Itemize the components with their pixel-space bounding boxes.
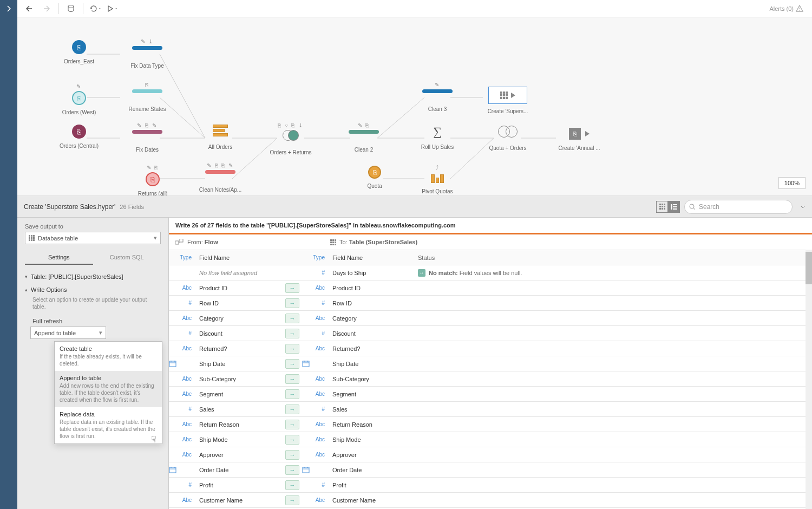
table-row[interactable]: AbcProduct ID→AbcProduct ID [169, 280, 812, 295]
view-toggle [656, 201, 680, 213]
node-rollup[interactable]: ∑ Roll Up Sales [410, 125, 464, 151]
svg-rect-20 [673, 206, 677, 207]
menu-replace-data[interactable]: Replace data Replace data in an existing… [55, 407, 162, 443]
write-mode-menu: Create table If the table already exists… [54, 341, 162, 444]
table-row[interactable]: Ship Date→Ship Date [169, 356, 812, 371]
save-output-dropdown[interactable]: Database table ▾ [25, 232, 161, 244]
write-options-help: Select an option to create or update you… [32, 296, 161, 310]
zoom-level[interactable]: 100% [778, 177, 806, 189]
chevron-down-icon[interactable] [800, 205, 806, 208]
svg-rect-21 [673, 208, 677, 210]
table-row[interactable]: Order Date→Order Date [169, 462, 812, 477]
full-refresh-label: Full refresh [32, 318, 161, 324]
table-row[interactable]: AbcApprover→AbcApprover [169, 447, 812, 462]
flow-canvas[interactable]: ⎘ Orders_East ✎ ⎘ Orders (West) ⎘ Orders… [17, 17, 812, 196]
node-rename-states[interactable]: ⎘ Rename States [120, 82, 174, 113]
table-row[interactable]: #Profit→#Profit [169, 477, 812, 492]
table-row[interactable]: #Row ID→#Row ID [169, 295, 812, 310]
svg-rect-24 [180, 239, 183, 242]
node-pivot-quotas[interactable]: ⤴ Pivot Quotas [410, 165, 464, 195]
write-banner: Write 26 of 27 fields to the table "[PUB… [169, 218, 812, 233]
forward-button [39, 1, 54, 16]
to-header: To: Table (SuperStoreSales) [324, 239, 812, 245]
mapping-header: From: Flow To: Table (SuperStoreSales) [169, 234, 812, 250]
write-options-section[interactable]: ▴ Write Options [25, 283, 161, 296]
node-clean2[interactable]: ✎ ⎘ Clean 2 [337, 122, 391, 153]
node-all-orders[interactable]: All Orders [193, 125, 247, 151]
table-icon [29, 235, 35, 241]
svg-point-0 [68, 5, 74, 8]
data-button[interactable] [63, 1, 78, 16]
table-row[interactable]: AbcCategory→AbcCategory [169, 310, 812, 325]
node-orders-returns[interactable]: ⎘ ▽ ⎘ ⤓ Orders + Returns [264, 122, 318, 156]
table-section[interactable]: ▾ Table: [PUBLIC].[SuperStoreSales] [25, 270, 161, 283]
alerts-indicator[interactable]: Alerts (0) [769, 5, 808, 12]
svg-rect-18 [671, 204, 672, 210]
table-row[interactable]: AbcSub-Category→AbcSub-Category [169, 371, 812, 386]
save-output-label: Save output to [25, 223, 161, 230]
output-settings-panel: Save output to Database table ▾ Settings… [17, 218, 169, 509]
write-mode-dropdown[interactable]: Append to table ▾ [30, 327, 106, 339]
alert-icon [796, 5, 803, 12]
search-icon [689, 204, 696, 210]
svg-rect-28 [303, 467, 309, 473]
node-orders-west[interactable]: ✎ ⎘ Orders (West) [52, 83, 106, 116]
fields-count: 26 Fields [120, 204, 144, 210]
svg-rect-19 [673, 204, 677, 205]
node-create-annual[interactable]: ⎘ Create 'Annual ... [552, 128, 606, 152]
table-row[interactable]: #Sales→#Sales [169, 401, 812, 416]
node-orders-east[interactable]: ⎘ Orders_East [52, 40, 106, 65]
tab-settings[interactable]: Settings [25, 251, 93, 265]
refresh-button[interactable] [88, 1, 103, 16]
svg-rect-25 [169, 361, 176, 367]
from-header: From: Flow [169, 239, 285, 245]
node-quota-orders[interactable]: Quota + Orders [481, 126, 535, 152]
view-list-icon[interactable] [668, 201, 680, 213]
node-quota[interactable]: ⎘ Quota [348, 166, 402, 190]
node-orders-central[interactable]: ⎘ Orders (Central) [52, 125, 106, 149]
table-row[interactable]: AbcSegment→AbcSegment [169, 386, 812, 401]
back-button[interactable] [22, 1, 37, 16]
scrollbar[interactable] [806, 250, 812, 509]
node-fix-dates[interactable]: ✎ ⎘ ✎ Fix Dates [120, 122, 174, 153]
table-row[interactable]: AbcShip Mode→AbcShip Mode [169, 432, 812, 447]
rail-expand-icon[interactable] [0, 0, 17, 17]
svg-rect-23 [175, 241, 179, 244]
menu-create-table[interactable]: Create table If the table already exists… [55, 342, 162, 371]
field-mapping-panel: Write 26 of 27 fields to the table "[PUB… [169, 218, 812, 509]
view-grid-icon[interactable] [656, 201, 668, 213]
run-button[interactable] [105, 1, 120, 16]
sidebar-rail [0, 0, 17, 509]
svg-point-22 [690, 204, 694, 208]
table-row[interactable]: No flow field assigned#Days to Ship↔No m… [169, 265, 812, 280]
svg-rect-27 [169, 467, 176, 473]
table-row[interactable]: #Discount→#Discount [169, 325, 812, 341]
search-input[interactable]: Search [684, 200, 793, 214]
alerts-label: Alerts (0) [769, 5, 794, 12]
detail-header: Create 'Superstore Sales.hyper' 26 Field… [17, 196, 812, 218]
table-header-row: Type Field Name Type Field Name Status [169, 250, 812, 265]
menu-append-table[interactable]: Append to table Add new rows to the end … [55, 371, 162, 407]
node-fix-data-type[interactable]: ✎ ⤓ Fix Data Type [120, 38, 174, 69]
table-row[interactable]: AbcReturned?→AbcReturned? [169, 341, 812, 356]
node-clean3[interactable]: ✎ Clean 3 [410, 82, 464, 113]
node-create-supers[interactable]: Create 'Supers... [481, 87, 535, 115]
node-clean-notes[interactable]: ✎ ⎘ ⎘ ✎ Clean Notes/Ap... [193, 162, 247, 193]
svg-rect-26 [303, 361, 309, 367]
detail-title: Create 'Superstore Sales.hyper' [24, 203, 115, 211]
tab-custom-sql[interactable]: Custom SQL [93, 251, 161, 265]
toolbar: Alerts (0) [17, 0, 812, 17]
table-row[interactable]: AbcReturn Reason→AbcReturn Reason [169, 416, 812, 432]
node-returns-all[interactable]: ✎ ⎘ ⎘ Returns (all) [126, 165, 180, 196]
table-row[interactable]: AbcCustomer Name→AbcCustomer Name [169, 492, 812, 507]
mapping-table[interactable]: Type Field Name Type Field Name Status N… [169, 250, 812, 509]
